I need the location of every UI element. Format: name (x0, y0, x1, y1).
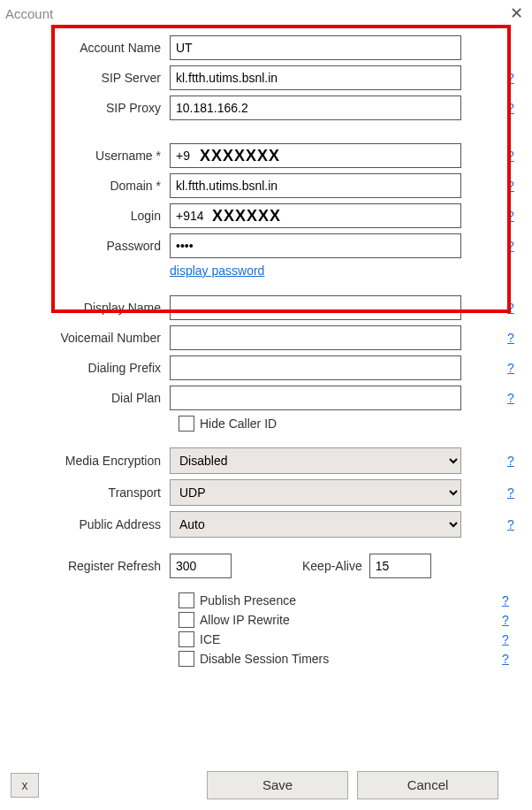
help-icon[interactable]: ? (500, 361, 521, 375)
dialing-prefix-input[interactable] (170, 355, 461, 380)
sip-server-input[interactable] (170, 65, 461, 90)
help-icon[interactable]: ? (500, 301, 521, 315)
sip-server-label: SIP Server (11, 71, 170, 85)
cancel-button[interactable]: Cancel (357, 771, 498, 799)
register-refresh-input[interactable] (170, 554, 232, 578)
help-icon[interactable]: ? (500, 239, 521, 253)
ice-checkbox[interactable] (179, 631, 194, 647)
help-icon[interactable]: ? (495, 613, 516, 627)
ice-label: ICE (200, 632, 220, 646)
window-title: Account (5, 6, 53, 21)
password-label: Password (11, 239, 170, 253)
public-address-label: Public Address (11, 517, 170, 531)
dial-plan-label: Dial Plan (11, 391, 170, 405)
help-icon[interactable]: ? (495, 652, 516, 666)
login-label: Login (11, 209, 170, 223)
allow-ip-rewrite-label: Allow IP Rewrite (200, 613, 290, 627)
dialog-body: Account Name SIP Server ? SIP Proxy ? Us… (0, 23, 532, 764)
footer: x Save Cancel (0, 764, 532, 810)
password-input[interactable] (170, 233, 461, 258)
help-icon[interactable]: ? (500, 209, 521, 223)
keep-alive-input[interactable] (369, 554, 431, 578)
help-icon[interactable]: ? (495, 593, 516, 608)
close-icon[interactable]: ✕ (506, 4, 527, 23)
register-refresh-label: Register Refresh (11, 559, 170, 573)
media-encryption-label: Media Encryption (11, 454, 170, 468)
x-button[interactable]: x (11, 773, 39, 798)
domain-label: Domain * (11, 179, 170, 193)
help-icon[interactable]: ? (500, 485, 521, 500)
voicemail-number-input[interactable] (170, 325, 461, 350)
sip-proxy-input[interactable] (170, 96, 461, 120)
help-icon[interactable]: ? (500, 149, 521, 163)
public-address-select[interactable]: Auto (170, 511, 461, 538)
keep-alive-label: Keep-Alive (302, 559, 362, 573)
help-icon[interactable]: ? (500, 71, 521, 85)
help-icon[interactable]: ? (500, 391, 521, 405)
account-name-input[interactable] (170, 35, 461, 60)
transport-label: Transport (11, 485, 170, 500)
username-input[interactable] (170, 143, 461, 168)
display-name-label: Display Name (11, 301, 170, 315)
voicemail-number-label: Voicemail Number (11, 331, 170, 345)
username-label: Username * (11, 149, 170, 163)
help-icon[interactable]: ? (500, 454, 521, 468)
media-encryption-select[interactable]: Disabled (170, 447, 461, 474)
help-icon[interactable]: ? (500, 101, 521, 115)
disable-session-timers-label: Disable Session Timers (200, 652, 329, 666)
help-icon[interactable]: ? (500, 331, 521, 345)
sip-proxy-label: SIP Proxy (11, 101, 170, 115)
publish-presence-checkbox[interactable] (179, 592, 194, 608)
dial-plan-input[interactable] (170, 386, 461, 410)
help-icon[interactable]: ? (500, 179, 521, 193)
display-password-link[interactable]: display password (170, 264, 264, 278)
hide-caller-id-checkbox[interactable] (179, 416, 194, 432)
dialing-prefix-label: Dialing Prefix (11, 361, 170, 375)
login-input[interactable] (170, 203, 461, 228)
account-dialog: Account ✕ Account Name SIP Server ? SIP … (0, 0, 532, 810)
hide-caller-id-label: Hide Caller ID (200, 416, 277, 431)
titlebar: Account ✕ (0, 0, 532, 23)
domain-input[interactable] (170, 173, 461, 198)
publish-presence-label: Publish Presence (200, 593, 296, 608)
help-icon[interactable]: ? (500, 517, 521, 531)
save-button[interactable]: Save (207, 771, 348, 799)
account-name-label: Account Name (11, 41, 170, 55)
help-icon[interactable]: ? (495, 632, 516, 646)
transport-select[interactable]: UDP (170, 479, 461, 506)
display-name-input[interactable] (170, 295, 461, 320)
allow-ip-rewrite-checkbox[interactable] (179, 612, 194, 628)
disable-session-timers-checkbox[interactable] (179, 651, 194, 667)
